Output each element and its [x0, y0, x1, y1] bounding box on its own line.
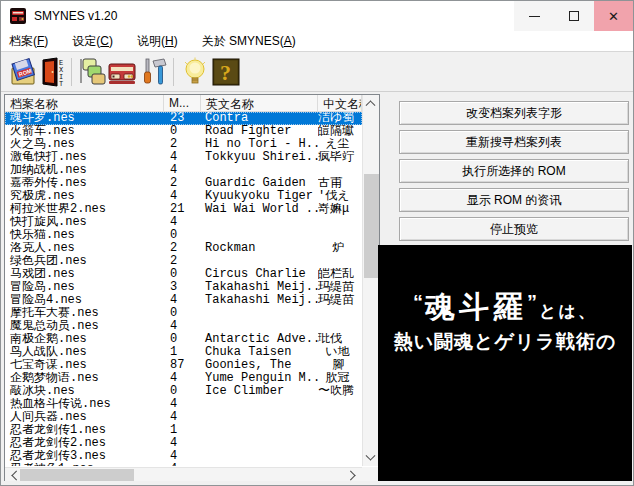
- table-cell: 4: [164, 411, 201, 424]
- table-cell: 忍者龙剑传2.nes: [5, 437, 164, 450]
- table-row[interactable]: 快打旋风.nes4: [5, 216, 362, 229]
- open-rom-icon[interactable]: ROM: [9, 57, 37, 87]
- table-row[interactable]: 忍者龙剑传3.nes4: [5, 450, 362, 463]
- table-cell: 忍者龙剑传1.nes: [5, 424, 164, 437]
- cascade-windows-icon[interactable]: [78, 57, 106, 87]
- header-chinese-name[interactable]: 中文名称: [318, 95, 362, 111]
- table-row[interactable]: 冒险岛.nes3Takahashi Meij...玛缇苗: [5, 281, 362, 294]
- table-cell: 4: [164, 463, 201, 466]
- file-list: 档案名称 M... 英文名称 中文名称 魂斗罗.nes23Contra洁ゆ蜀火箭…: [4, 94, 380, 484]
- table-row[interactable]: 企鹅梦物语.nes4Yume Penguin M... 肷冠: [5, 372, 362, 385]
- toolbar-separator: [71, 58, 72, 86]
- table-cell: [318, 216, 362, 229]
- help-icon[interactable]: ?: [212, 57, 240, 87]
- table-cell: Road Fighter: [201, 125, 318, 138]
- menu-settings[interactable]: 设定(C): [64, 33, 121, 50]
- table-row[interactable]: 绿色兵团.nes2: [5, 255, 362, 268]
- table-row[interactable]: 鸟人战队.nes1Chuka Taisen い地: [5, 346, 362, 359]
- table-cell: Yume Penguin M...: [201, 372, 318, 385]
- table-cell: 火箭车.nes: [5, 125, 164, 138]
- table-row[interactable]: 究极虎.nes4Kyuukyoku Tiger′伐え: [5, 190, 362, 203]
- side-button-panel: 改变档案列表字形 重新搜寻档案列表 执行所选择的 ROM 显示 ROM 的资讯 …: [399, 101, 629, 246]
- table-cell: 4: [164, 151, 201, 164]
- table-cell: [201, 307, 318, 320]
- table-row[interactable]: 马戏团.nes0Circus Charlie皑栏乱: [5, 268, 362, 281]
- header-filename[interactable]: 档案名称: [5, 95, 164, 111]
- table-cell: 疯毕竚: [318, 151, 362, 164]
- table-cell: 4: [164, 398, 201, 411]
- tools-icon[interactable]: [140, 57, 168, 87]
- light-bulb-icon[interactable]: [181, 57, 209, 87]
- table-cell: [318, 255, 362, 268]
- table-cell: 火之鸟.nes: [5, 138, 164, 151]
- stop-preview-button[interactable]: 停止预览: [399, 217, 629, 241]
- table-row[interactable]: 忍者神龟1.nes4: [5, 463, 362, 466]
- title-bar: SMYNES v1.20 ✕: [1, 1, 633, 31]
- maximize-button[interactable]: [554, 1, 594, 31]
- header-mapper[interactable]: M...: [164, 95, 201, 111]
- scroll-right-icon[interactable]: [346, 471, 356, 481]
- exit-icon[interactable]: E X I T: [39, 57, 67, 87]
- file-list-header: 档案名称 M... 英文名称 中文名称: [5, 95, 362, 112]
- table-cell: 嘉蒂外传.nes: [5, 177, 164, 190]
- table-cell: 玛缇苗: [318, 294, 362, 307]
- table-row[interactable]: 人间兵器.nes4: [5, 411, 362, 424]
- table-cell: 4: [164, 437, 201, 450]
- table-cell: [318, 411, 362, 424]
- table-cell: [318, 320, 362, 333]
- header-english-name[interactable]: 英文名称: [201, 95, 318, 111]
- table-row[interactable]: 加纳战机.nes4: [5, 164, 362, 177]
- table-cell: ′伐え: [318, 190, 362, 203]
- table-row[interactable]: 冒险岛4.nes4Takahashi Meij...玛缇苗: [5, 294, 362, 307]
- table-cell: [318, 398, 362, 411]
- menu-file[interactable]: 档案(F): [1, 33, 56, 50]
- table-row[interactable]: 忍者龙剑传2.nes4: [5, 437, 362, 450]
- table-row[interactable]: 敲冰块.nes0Ice Climber〜吹腾: [5, 385, 362, 398]
- table-cell: 2: [164, 177, 201, 190]
- table-cell: [201, 463, 318, 466]
- menu-help[interactable]: 说明(H): [129, 33, 186, 50]
- table-cell: 腳: [318, 359, 362, 372]
- run-rom-button[interactable]: 执行所选择的 ROM: [399, 159, 629, 183]
- table-cell: [201, 255, 318, 268]
- scroll-up-icon[interactable]: [366, 100, 376, 110]
- table-row[interactable]: 快乐猫.nes0: [5, 229, 362, 242]
- table-cell: Antarctic Adve...: [201, 333, 318, 346]
- table-cell: 冒险岛4.nes: [5, 294, 164, 307]
- window-bottom-edge: [1, 481, 633, 485]
- table-row[interactable]: 魔鬼总动员.nes4: [5, 320, 362, 333]
- menu-bar: 档案(F) 设定(C) 说明(H) 关於 SMYNES(A): [1, 31, 633, 52]
- table-row[interactable]: 南极企鹅.nes0Antarctic Adve...玭伐: [5, 333, 362, 346]
- close-button[interactable]: ✕: [594, 1, 633, 31]
- table-cell: 马戏团.nes: [5, 268, 164, 281]
- vertical-scrollbar-thumb[interactable]: [364, 174, 379, 278]
- table-row[interactable]: 魂斗罗.nes23Contra洁ゆ蜀: [5, 112, 362, 125]
- table-row[interactable]: 激龟快打.nes4Tokkyuu Shirei...疯毕竚: [5, 151, 362, 164]
- famicom-console-icon[interactable]: [108, 57, 136, 87]
- vertical-scrollbar[interactable]: [362, 95, 379, 466]
- table-row[interactable]: 摩托车大赛.nes0: [5, 307, 362, 320]
- minimize-button[interactable]: [514, 1, 554, 31]
- show-rom-info-button[interactable]: 显示 ROM 的资讯: [399, 188, 629, 212]
- rescan-list-button[interactable]: 重新搜寻档案列表: [399, 130, 629, 154]
- table-row[interactable]: 火之鸟.nes2Hi no Tori - H... え尘: [5, 138, 362, 151]
- scroll-down-icon[interactable]: [366, 451, 376, 461]
- table-row[interactable]: 火箭车.nes0Road Fighter皚隔瓛: [5, 125, 362, 138]
- change-font-button[interactable]: 改变档案列表字形: [399, 101, 629, 125]
- table-row[interactable]: 七宝奇谋.nes87Goonies, The 腳: [5, 359, 362, 372]
- table-cell: [318, 463, 362, 466]
- table-row[interactable]: 洛克人.nes2Rockman 炉: [5, 242, 362, 255]
- table-row[interactable]: 热血格斗传说.nes4: [5, 398, 362, 411]
- menu-about[interactable]: 关於 SMYNES(A): [194, 33, 304, 50]
- table-cell: 洁ゆ蜀: [318, 112, 362, 125]
- window-title: SMYNES v1.20: [34, 9, 117, 23]
- table-cell: 0: [164, 385, 201, 398]
- table-row[interactable]: 忍者龙剑传1.nes1: [5, 424, 362, 437]
- table-row[interactable]: 嘉蒂外传.nes2Guardic Gaiden古甫: [5, 177, 362, 190]
- table-cell: 魂斗罗.nes: [5, 112, 164, 125]
- table-cell: 〜吹腾: [318, 385, 362, 398]
- table-cell: Takahashi Meij...: [201, 281, 318, 294]
- table-row[interactable]: 柯拉米世界2.nes21Wai Wai World ...嵜嫲μ: [5, 203, 362, 216]
- table-cell: 快打旋风.nes: [5, 216, 164, 229]
- game-preview: “魂斗羅”とは、 熱い闘魂とゲリラ戦術の: [378, 245, 632, 481]
